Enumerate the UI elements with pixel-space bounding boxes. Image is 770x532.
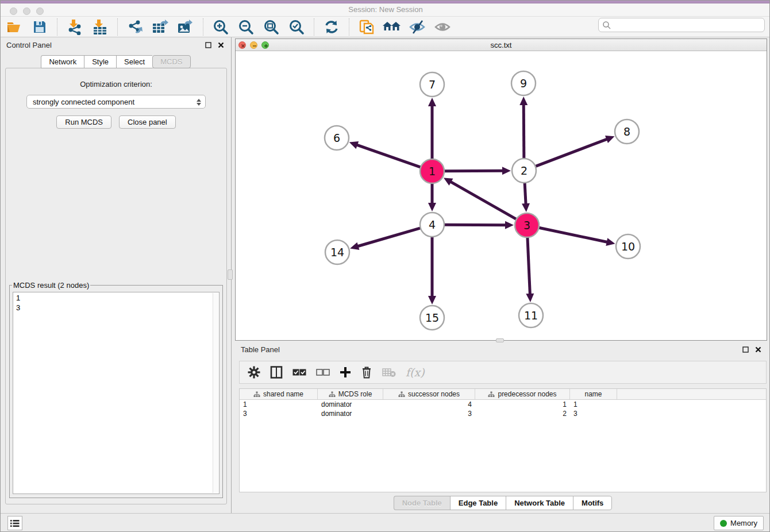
graph-node-label: 11 bbox=[524, 309, 538, 322]
create-column-icon[interactable] bbox=[340, 367, 351, 378]
result-line: 3 bbox=[16, 303, 216, 313]
graph-edge-1-6[interactable] bbox=[355, 144, 421, 167]
graph-node-11[interactable]: 11 bbox=[519, 303, 543, 327]
graph-node-4[interactable]: 4 bbox=[420, 213, 444, 237]
zoom-in-icon[interactable] bbox=[211, 18, 230, 36]
column-header-name[interactable]: name bbox=[570, 389, 617, 399]
graph-edge-arrowhead bbox=[606, 238, 615, 246]
dropdown-stepper-icon bbox=[195, 97, 202, 107]
control-panel-title: Control Panel bbox=[6, 41, 200, 49]
graph-node-10[interactable]: 10 bbox=[616, 234, 640, 259]
vertical-splitter-grip[interactable] bbox=[228, 269, 233, 280]
memory-status-icon bbox=[720, 520, 727, 527]
graph-edge-1-2[interactable] bbox=[444, 171, 505, 171]
memory-button[interactable]: Memory bbox=[714, 516, 764, 530]
graph-node-14[interactable]: 14 bbox=[325, 240, 349, 264]
column-header-mcds-role[interactable]: MCDS role bbox=[318, 389, 383, 399]
zoom-selected-icon[interactable] bbox=[287, 18, 306, 36]
tab-mcds[interactable]: MCDS bbox=[152, 55, 190, 68]
close-table-panel-icon[interactable] bbox=[753, 345, 763, 354]
deselect-all-columns-icon[interactable] bbox=[316, 368, 330, 376]
float-table-panel-icon[interactable] bbox=[741, 345, 750, 354]
float-panel-icon[interactable] bbox=[203, 40, 213, 49]
graph-edge-arrowhead bbox=[522, 203, 530, 212]
tab-edge-table[interactable]: Edge Table bbox=[450, 496, 506, 510]
tab-motifs[interactable]: Motifs bbox=[573, 496, 612, 510]
column-header-predecessor-nodes[interactable]: predecessor nodes bbox=[475, 389, 570, 399]
table-row[interactable]: 1 dominator 4 1 1 bbox=[240, 400, 766, 409]
close-panel-button[interactable]: Close panel bbox=[119, 115, 176, 129]
result-scrollbar[interactable] bbox=[213, 293, 218, 493]
table-panel-title: Table Panel bbox=[241, 345, 737, 354]
select-all-columns-icon[interactable] bbox=[292, 368, 306, 376]
tab-style[interactable]: Style bbox=[84, 55, 116, 68]
horizontal-splitter-grip[interactable] bbox=[496, 338, 504, 342]
network-canvas[interactable]: 7968124314101511 bbox=[236, 51, 767, 340]
graph-node-9[interactable]: 9 bbox=[511, 71, 536, 95]
node-table[interactable]: shared name MCDS role successor nodes pr… bbox=[239, 388, 767, 492]
graph-node-3[interactable]: 3 bbox=[515, 213, 539, 237]
hierarchy-icon bbox=[398, 391, 405, 398]
import-table-icon[interactable] bbox=[91, 18, 109, 36]
search-box[interactable] bbox=[598, 18, 765, 32]
graph-node-15[interactable]: 15 bbox=[420, 306, 444, 330]
mcds-result-textarea[interactable]: 1 3 bbox=[13, 292, 220, 494]
graph-edge-4-3[interactable] bbox=[444, 225, 507, 225]
list-icon bbox=[10, 519, 20, 527]
task-history-button[interactable] bbox=[7, 516, 22, 530]
column-header-successor-nodes[interactable]: successor nodes bbox=[383, 389, 475, 399]
zoom-fit-icon[interactable] bbox=[262, 18, 280, 36]
graph-edge-4-14[interactable] bbox=[356, 228, 421, 247]
clone-network-icon[interactable] bbox=[357, 18, 376, 36]
export-table-icon[interactable] bbox=[151, 18, 170, 36]
graph-edge-3-1[interactable] bbox=[449, 181, 517, 219]
graph-node-label: 2 bbox=[521, 164, 528, 177]
network-window: scc.txt 7968124314101511 bbox=[235, 38, 767, 341]
graph-node-label: 15 bbox=[425, 311, 439, 324]
save-session-icon[interactable] bbox=[30, 18, 49, 36]
import-network-icon[interactable] bbox=[66, 18, 84, 36]
tab-select[interactable]: Select bbox=[116, 55, 152, 68]
table-row[interactable]: 3 dominator 3 2 3 bbox=[240, 409, 766, 418]
export-network-icon[interactable] bbox=[126, 18, 144, 36]
search-input[interactable] bbox=[611, 20, 764, 31]
table-header-row: shared name MCDS role successor nodes pr… bbox=[240, 388, 766, 400]
tab-node-table[interactable]: Node Table bbox=[394, 496, 450, 510]
hide-selected-icon[interactable] bbox=[408, 18, 426, 36]
main-toolbar bbox=[1, 16, 770, 37]
tab-network-table[interactable]: Network Table bbox=[506, 496, 573, 510]
graph-edge-2-9[interactable] bbox=[523, 103, 524, 159]
criterion-dropdown[interactable]: strongly connected component bbox=[26, 95, 206, 109]
refresh-layout-icon[interactable] bbox=[322, 18, 341, 36]
zoom-out-icon[interactable] bbox=[237, 18, 255, 36]
run-mcds-button[interactable]: Run MCDS bbox=[56, 115, 111, 129]
show-columns-icon[interactable] bbox=[270, 366, 283, 379]
graph-node-6[interactable]: 6 bbox=[325, 126, 349, 150]
graph-node-7[interactable]: 7 bbox=[420, 72, 444, 97]
graph-edge-3-10[interactable] bbox=[539, 228, 609, 242]
hierarchy-icon bbox=[253, 391, 260, 398]
tab-network[interactable]: Network bbox=[41, 55, 84, 68]
column-header-shared-name[interactable]: shared name bbox=[240, 389, 318, 399]
graph-edge-2-8[interactable] bbox=[536, 138, 609, 166]
graph-edge-arrowhead bbox=[428, 296, 436, 304]
hierarchy-icon bbox=[488, 391, 495, 398]
hierarchy-icon bbox=[329, 391, 336, 398]
open-session-icon[interactable] bbox=[5, 18, 24, 36]
graph-node-1[interactable]: 1 bbox=[420, 159, 444, 183]
network-window-titlebar[interactable]: scc.txt bbox=[236, 39, 767, 51]
graph-edge-3-11[interactable] bbox=[528, 237, 530, 296]
search-icon bbox=[602, 21, 611, 30]
home-networks-icon[interactable] bbox=[383, 18, 401, 36]
delete-column-trash-icon[interactable] bbox=[361, 366, 372, 379]
graph-node-8[interactable]: 8 bbox=[615, 119, 639, 144]
close-panel-icon[interactable] bbox=[216, 40, 225, 49]
graph-node-2[interactable]: 2 bbox=[512, 159, 536, 183]
function-builder-icon[interactable]: f(x) bbox=[406, 366, 425, 379]
table-settings-gear-icon[interactable] bbox=[248, 366, 260, 379]
show-all-icon[interactable] bbox=[433, 18, 452, 36]
table-tabs: Node Table Edge Table Network Table Moti… bbox=[235, 496, 770, 510]
delete-table-icon[interactable] bbox=[382, 367, 396, 377]
graph-edge-2-3[interactable] bbox=[525, 183, 526, 206]
export-image-icon[interactable] bbox=[176, 18, 195, 36]
